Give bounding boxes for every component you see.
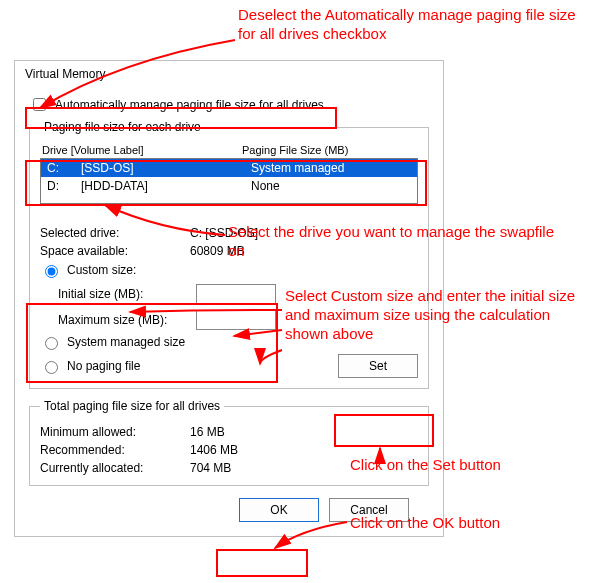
annotation-ok-button: Click on the OK button xyxy=(350,514,590,533)
drive-size: None xyxy=(251,179,280,193)
annotation-select-drive: Select the drive you want to manage the … xyxy=(228,223,568,261)
drive-size: System managed xyxy=(251,161,344,175)
recommended-label: Recommended: xyxy=(40,443,190,457)
minimum-label: Minimum allowed: xyxy=(40,425,190,439)
current-label: Currently allocated: xyxy=(40,461,190,475)
maximum-size-input[interactable] xyxy=(196,310,276,330)
radio-system-managed[interactable] xyxy=(45,337,58,350)
recommended-value: 1406 MB xyxy=(190,443,238,457)
ok-button[interactable]: OK xyxy=(239,498,319,522)
list-header-drive: Drive [Volume Label] xyxy=(42,144,242,156)
dialog-title: Virtual Memory xyxy=(15,61,443,87)
annotation-auto-manage: Deselect the Automatically manage paging… xyxy=(238,6,588,44)
radio-no-paging[interactable] xyxy=(45,361,58,374)
initial-size-label: Initial size (MB): xyxy=(58,287,188,301)
selected-drive-label: Selected drive: xyxy=(40,226,190,240)
drive-label: [SSD-OS] xyxy=(81,161,251,175)
list-header: Drive [Volume Label] Paging File Size (M… xyxy=(40,142,418,158)
drive-letter: D: xyxy=(47,179,81,193)
current-value: 704 MB xyxy=(190,461,231,475)
minimum-value: 16 MB xyxy=(190,425,225,439)
drive-label: [HDD-DATA] xyxy=(81,179,251,193)
drive-row[interactable]: D: [HDD-DATA] None xyxy=(41,177,417,195)
auto-manage-label[interactable]: Automatically manage paging file size fo… xyxy=(55,98,324,112)
radio-system-label[interactable]: System managed size xyxy=(67,335,185,349)
initial-size-input[interactable] xyxy=(196,284,276,304)
maximum-size-label: Maximum size (MB): xyxy=(58,313,188,327)
auto-manage-checkbox[interactable] xyxy=(33,98,46,111)
list-header-size: Paging File Size (MB) xyxy=(242,144,348,156)
space-available-label: Space available: xyxy=(40,244,190,258)
drive-letter: C: xyxy=(47,161,81,175)
drive-row[interactable]: C: [SSD-OS] System managed xyxy=(41,159,417,177)
radio-none-label[interactable]: No paging file xyxy=(67,359,140,373)
radio-custom-size[interactable] xyxy=(45,265,58,278)
total-group-legend: Total paging file size for all drives xyxy=(40,399,224,413)
drive-group-legend: Paging file size for each drive xyxy=(40,120,205,134)
drive-list[interactable]: C: [SSD-OS] System managed D: [HDD-DATA]… xyxy=(40,158,418,204)
radio-custom-label[interactable]: Custom size: xyxy=(67,263,136,277)
highlight-ok-button xyxy=(216,549,308,577)
annotation-custom-size: Select Custom size and enter the initial… xyxy=(285,287,595,343)
annotation-set-button: Click on the Set button xyxy=(350,456,590,475)
set-button[interactable]: Set xyxy=(338,354,418,378)
